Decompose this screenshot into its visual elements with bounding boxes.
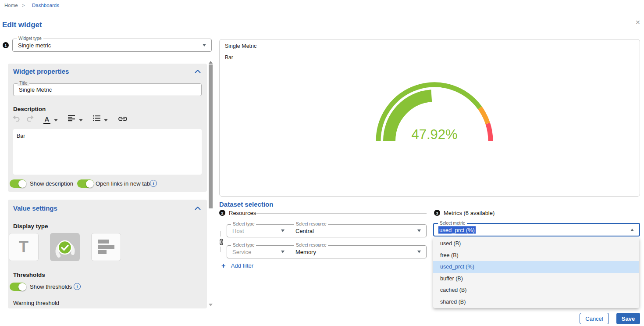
list-icon[interactable] — [93, 115, 100, 122]
display-type-label: Display type — [13, 223, 48, 229]
select-type-label: Select type — [231, 243, 256, 248]
step-1-badge: 1 — [3, 42, 9, 48]
collapse-chevron-icon[interactable] — [195, 207, 201, 210]
add-filter-label: Add filter — [231, 262, 253, 269]
text-color-caret-icon[interactable] — [54, 119, 58, 122]
align-caret-icon[interactable] — [79, 119, 83, 122]
select-type-value: Service — [232, 249, 251, 255]
warning-threshold-label: Warning threshold — [13, 300, 59, 306]
scrollbar-up-icon[interactable] — [209, 61, 213, 64]
resources-divider — [256, 213, 427, 214]
metric-option-selected[interactable]: used_prct (%) — [433, 261, 639, 273]
save-button[interactable]: Save — [616, 313, 640, 324]
widget-type-label: Widget type — [17, 36, 43, 41]
display-type-text-tile[interactable]: T — [9, 233, 39, 261]
metric-option[interactable]: used (B) — [433, 238, 639, 250]
undo-icon[interactable] — [12, 115, 20, 122]
breadcrumb-dashboards-link[interactable]: Dashboards — [32, 3, 59, 8]
open-links-info-icon[interactable]: i — [150, 180, 157, 187]
chevron-down-icon — [203, 44, 206, 47]
vertical-link-icon — [219, 238, 224, 246]
page-title: Edit widget — [2, 21, 42, 29]
metric-select[interactable]: Select metric used_prct (%) — [433, 223, 640, 236]
metric-option[interactable]: free (B) — [433, 250, 639, 262]
select-metric-value: used_prct (%) — [438, 226, 476, 233]
gauge-chart: 47.92% — [220, 39, 640, 196]
select-metric-label: Select metric — [438, 221, 467, 226]
cancel-button[interactable]: Cancel — [580, 313, 609, 324]
align-icon[interactable] — [68, 115, 75, 122]
list-caret-icon[interactable] — [104, 119, 108, 122]
resource-type-select-1[interactable]: Select type Host — [227, 224, 290, 237]
select-resource-label: Select resource — [294, 243, 328, 248]
link-icon[interactable] — [118, 116, 128, 122]
bar-display-icon — [96, 238, 116, 256]
resource-select-1[interactable]: Select resource Central — [290, 224, 427, 237]
select-resource-value: Central — [295, 228, 314, 234]
collapse-chevron-icon[interactable] — [195, 70, 201, 73]
display-type-bar-tile[interactable] — [91, 233, 121, 261]
gauge-value-label: 47.92% — [411, 127, 457, 142]
metric-option[interactable]: shared (B) — [433, 296, 639, 308]
description-toolbar: A — [12, 115, 128, 125]
description-label: Description — [13, 106, 46, 112]
breadcrumb-separator-icon: > — [22, 3, 25, 8]
toggle-knob — [18, 180, 26, 188]
show-thresholds-info-icon[interactable]: i — [74, 283, 81, 290]
scrollbar-thumb[interactable] — [209, 64, 213, 208]
open-links-label: Open links in new tab — [96, 180, 150, 187]
select-type-label: Select type — [231, 222, 256, 227]
plus-icon: + — [221, 262, 225, 269]
resource-link-connector — [221, 231, 226, 252]
description-text: Bar — [17, 133, 25, 139]
left-panel-scrollbar[interactable] — [209, 61, 213, 310]
resources-label: Resources — [229, 210, 256, 216]
text-color-icon[interactable]: A — [43, 116, 50, 124]
widget-type-value: Single metric — [18, 42, 51, 49]
display-type-gauge-tile[interactable] — [50, 233, 80, 261]
close-icon[interactable]: ✕ — [635, 19, 640, 26]
chevron-down-icon — [417, 229, 421, 232]
step-2-badge: 2 — [219, 210, 225, 216]
breadcrumb: Home > Dashboards — [0, 0, 644, 12]
chevron-up-icon — [630, 229, 634, 231]
select-resource-label: Select resource — [294, 222, 328, 227]
dataset-selection-heading: Dataset selection — [219, 201, 273, 208]
open-links-toggle[interactable] — [77, 179, 94, 188]
metric-option[interactable]: cached (B) — [433, 284, 639, 296]
scrollbar-down-icon[interactable] — [209, 304, 213, 306]
text-display-icon: T — [19, 239, 28, 255]
widget-type-select[interactable]: Widget type Single metric — [12, 39, 212, 52]
step-3-badge: 3 — [434, 210, 440, 216]
show-description-toggle[interactable] — [10, 179, 26, 188]
metric-option[interactable]: buffer (B) — [433, 273, 639, 285]
show-description-label: Show description — [30, 180, 73, 187]
metric-options-menu: used (B) free (B) used_prct (%) buffer (… — [433, 238, 639, 308]
chevron-down-icon — [281, 229, 285, 232]
metrics-label: Metrics (6 available) — [444, 210, 495, 216]
select-type-value: Host — [232, 228, 244, 234]
title-field-label: Title — [18, 81, 29, 86]
toggle-knob — [86, 180, 94, 188]
value-settings-heading: Value settings — [13, 204, 57, 212]
add-filter-button[interactable]: + Add filter — [221, 262, 253, 270]
resource-type-select-2[interactable]: Select type Service — [227, 245, 290, 258]
chevron-down-icon — [417, 251, 421, 253]
edit-widget-modal: Home > Dashboards ✕ Edit widget 1 Widget… — [0, 0, 644, 326]
gauge-display-icon — [53, 236, 77, 258]
selected-text-highlight: used_prct (%) — [438, 226, 476, 233]
widget-properties-heading: Widget properties — [13, 68, 69, 75]
resource-select-2[interactable]: Select resource Memory — [290, 245, 427, 258]
description-editor[interactable]: Bar — [13, 129, 202, 175]
show-thresholds-label: Show thresholds — [30, 283, 72, 290]
widget-properties-panel: Widget properties Title Description A — [8, 64, 207, 192]
show-thresholds-toggle[interactable] — [10, 283, 26, 291]
toggle-knob — [18, 283, 26, 291]
title-field[interactable]: Title — [13, 83, 202, 96]
value-settings-panel: Value settings Display type T Thresholds… — [8, 200, 207, 308]
breadcrumb-home-link[interactable]: Home — [4, 3, 18, 8]
title-input[interactable] — [14, 84, 201, 96]
select-resource-value: Memory — [295, 249, 316, 255]
thresholds-label: Thresholds — [13, 272, 45, 278]
redo-icon[interactable] — [26, 115, 34, 122]
